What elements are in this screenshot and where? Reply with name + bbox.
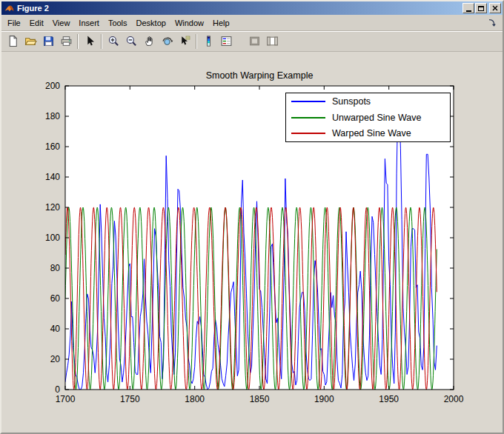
edit-plot-button[interactable]: [81, 33, 99, 50]
menu-item-view[interactable]: View: [48, 16, 75, 30]
x-tick-label: 1950: [379, 394, 399, 404]
x-tick-label: 2000: [444, 394, 464, 404]
dock-figure-icon[interactable]: [487, 18, 497, 28]
y-tick-label: 0: [55, 384, 60, 395]
minimize-icon: [466, 10, 471, 12]
hide-plot-tools-icon: [248, 35, 261, 47]
x-tick-label: 1850: [250, 394, 270, 404]
plot-title: Smooth Warping Example: [65, 70, 454, 81]
show-plot-tools-icon: [266, 35, 279, 47]
y-tick-label: 200: [45, 81, 60, 91]
hide-plot-tools-button[interactable]: [245, 33, 263, 50]
open-file-button[interactable]: [21, 33, 39, 50]
zoom-in-icon: [107, 35, 120, 47]
maximize-button[interactable]: [475, 3, 487, 13]
menu-item-file[interactable]: File: [3, 16, 25, 30]
x-tick-label: 1700: [56, 394, 76, 404]
zoom-out-button[interactable]: [122, 33, 140, 50]
menu-item-window[interactable]: Window: [170, 16, 208, 30]
insert-legend-button[interactable]: [217, 33, 235, 50]
menu-item-insert[interactable]: Insert: [74, 16, 104, 30]
zoom-out-icon: [125, 35, 138, 47]
legend[interactable]: Sunspots Unwarped Sine Wave Warped Sine …: [285, 93, 451, 142]
printer-icon: [60, 35, 73, 47]
data-cursor-button[interactable]: [176, 33, 193, 50]
legend-entry-warped: Warped Sine Wave: [286, 126, 450, 141]
legend-line-sample-warped: [291, 133, 325, 134]
open-folder-icon: [24, 35, 37, 47]
hand-icon: [143, 35, 156, 47]
x-tick-label: 1900: [314, 394, 334, 404]
legend-label: Sunspots: [332, 96, 371, 107]
y-tick-label: 80: [50, 263, 61, 273]
print-figure-button[interactable]: [57, 33, 75, 50]
titlebar[interactable]: Figure 2: [1, 1, 503, 15]
y-tick-label: 40: [50, 324, 61, 334]
legend-line-sample-unwarped: [291, 117, 325, 118]
menu-item-desktop[interactable]: Desktop: [132, 16, 170, 30]
menubar: FileEditViewInsertToolsDesktopWindowHelp: [1, 15, 503, 31]
menu-item-tools[interactable]: Tools: [104, 16, 132, 30]
y-tick-label: 60: [50, 293, 61, 304]
rotate-3d-icon: [161, 35, 173, 47]
close-button[interactable]: [489, 3, 501, 13]
legend-label: Unwarped Sine Wave: [332, 113, 421, 123]
new-document-icon: [7, 35, 19, 47]
rotate-3d-button[interactable]: [158, 33, 176, 50]
save-figure-button[interactable]: [39, 33, 57, 50]
legend-line-sample-sunspots: [291, 101, 325, 102]
y-tick-label: 20: [50, 354, 61, 364]
show-plot-tools-button[interactable]: [263, 33, 281, 50]
save-icon: [42, 35, 55, 47]
y-tick-label: 180: [45, 111, 60, 121]
new-figure-button[interactable]: [4, 33, 21, 50]
maximize-icon: [478, 6, 484, 11]
legend-entry-unwarped: Unwarped Sine Wave: [286, 110, 450, 125]
matlab-figure-icon: [4, 3, 15, 14]
legend-entry-sunspots: Sunspots: [286, 94, 450, 109]
y-tick-label: 100: [45, 233, 60, 243]
insert-colorbar-button[interactable]: [199, 33, 217, 50]
figure-window: Figure 2 FileEditViewInsertToolsDesktopW…: [0, 0, 504, 434]
menu-item-edit[interactable]: Edit: [25, 16, 48, 30]
x-tick-label: 1750: [120, 394, 140, 404]
toolbar-gap: [235, 41, 245, 41]
y-tick-label: 140: [45, 172, 60, 182]
figure-canvas: 1700175018001850190019502000020406080100…: [1, 52, 503, 433]
y-tick-label: 120: [45, 202, 60, 213]
toolbar-separator: [196, 34, 197, 49]
legend-icon: [220, 35, 233, 47]
x-tick-label: 1800: [185, 394, 205, 404]
minimize-button[interactable]: [462, 3, 474, 13]
legend-label: Warped Sine Wave: [332, 128, 411, 138]
toolbar: [1, 31, 503, 52]
zoom-in-button[interactable]: [105, 33, 122, 50]
colorbar-icon: [202, 35, 215, 47]
pan-button[interactable]: [140, 33, 158, 50]
toolbar-separator: [77, 34, 79, 49]
close-icon: [491, 4, 500, 13]
toolbar-separator: [101, 34, 102, 49]
data-cursor-icon: [179, 35, 191, 47]
window-title: Figure 2: [17, 1, 462, 15]
y-tick-label: 160: [45, 141, 60, 152]
arrow-pointer-icon: [84, 35, 96, 47]
menu-item-help[interactable]: Help: [208, 16, 234, 30]
